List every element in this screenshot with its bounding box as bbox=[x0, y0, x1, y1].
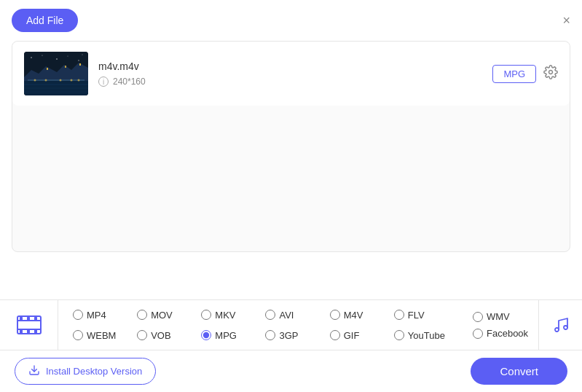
format-label-3gp: 3GP bbox=[279, 330, 298, 341]
svg-rect-15 bbox=[28, 79, 84, 81]
svg-rect-28 bbox=[34, 317, 37, 321]
install-desktop-button[interactable]: Install Desktop Version bbox=[15, 358, 156, 385]
format-radio-youtube[interactable] bbox=[394, 330, 404, 340]
format-label-webm: WEBM bbox=[87, 330, 116, 341]
format-radio-webm[interactable] bbox=[73, 330, 83, 340]
svg-point-2 bbox=[42, 55, 42, 55]
svg-rect-10 bbox=[79, 63, 81, 66]
file-name: m4v.m4v bbox=[98, 60, 482, 72]
format-option-3gp[interactable]: 3GP bbox=[265, 330, 329, 341]
svg-point-20 bbox=[78, 79, 80, 82]
format-option-m4v[interactable]: M4V bbox=[330, 310, 394, 321]
file-meta: i 240*160 bbox=[98, 77, 482, 87]
bottom-bar: Install Desktop Version Convert bbox=[0, 350, 582, 392]
format-radio-mkv[interactable] bbox=[201, 310, 211, 320]
add-file-button[interactable]: Add File bbox=[12, 9, 78, 32]
format-option-youtube[interactable]: YouTube bbox=[394, 330, 458, 341]
format-label-vob: VOB bbox=[151, 330, 170, 341]
format-section: MP4 MOV MKV AVI M4V FLV WEBM VOB bbox=[0, 299, 582, 350]
info-icon: i bbox=[98, 77, 109, 87]
svg-point-19 bbox=[71, 79, 73, 82]
svg-point-18 bbox=[60, 79, 62, 82]
svg-point-32 bbox=[555, 328, 559, 332]
format-option-mp4[interactable]: MP4 bbox=[73, 310, 137, 321]
svg-rect-30 bbox=[27, 329, 30, 333]
close-button[interactable]: × bbox=[562, 14, 570, 27]
audio-format-icon-panel[interactable] bbox=[538, 300, 582, 350]
format-radio-mov[interactable] bbox=[137, 310, 147, 320]
music-note-icon bbox=[551, 315, 571, 335]
format-option-vob[interactable]: VOB bbox=[137, 330, 201, 341]
svg-point-5 bbox=[78, 60, 79, 60]
svg-rect-31 bbox=[34, 329, 37, 333]
format-label-flv: FLV bbox=[408, 310, 425, 321]
svg-rect-27 bbox=[27, 317, 30, 321]
format-radio-gif[interactable] bbox=[330, 330, 340, 340]
svg-rect-9 bbox=[65, 66, 66, 68]
film-icon bbox=[15, 310, 44, 340]
svg-point-16 bbox=[34, 79, 36, 82]
svg-point-21 bbox=[549, 70, 553, 74]
format-option-flv[interactable]: FLV bbox=[394, 310, 458, 321]
format-option-mkv[interactable]: MKV bbox=[201, 310, 265, 321]
format-label-mov: MOV bbox=[151, 310, 173, 321]
format-radio-facebook[interactable] bbox=[473, 329, 483, 339]
file-item: m4v.m4v i 240*160 MPG bbox=[12, 42, 570, 106]
download-icon bbox=[28, 364, 40, 378]
format-label-mp4: MP4 bbox=[87, 310, 106, 321]
svg-point-4 bbox=[68, 56, 68, 57]
top-bar: Add File × bbox=[0, 0, 582, 38]
format-option-avi[interactable]: AVI bbox=[265, 310, 329, 321]
file-actions: MPG bbox=[492, 65, 558, 83]
format-radio-m4v[interactable] bbox=[330, 310, 340, 320]
format-label-youtube: YouTube bbox=[408, 330, 445, 341]
svg-point-33 bbox=[564, 326, 567, 329]
format-radio-wmv[interactable] bbox=[473, 312, 483, 322]
extra-format-column: WMV Facebook bbox=[473, 300, 538, 350]
format-radio-flv[interactable] bbox=[394, 310, 404, 320]
format-badge-button[interactable]: MPG bbox=[492, 65, 536, 83]
format-radio-avi[interactable] bbox=[265, 310, 275, 320]
svg-rect-26 bbox=[20, 317, 23, 321]
video-format-icon-panel bbox=[0, 300, 58, 350]
svg-point-3 bbox=[56, 58, 58, 60]
svg-rect-29 bbox=[20, 329, 23, 333]
format-label-m4v: M4V bbox=[344, 310, 363, 321]
svg-point-17 bbox=[45, 79, 47, 82]
svg-rect-23 bbox=[17, 321, 41, 329]
gear-icon bbox=[543, 65, 558, 79]
format-label-wmv: WMV bbox=[487, 311, 510, 322]
format-option-facebook[interactable]: Facebook bbox=[473, 328, 531, 339]
svg-rect-8 bbox=[47, 68, 48, 70]
format-label-facebook: Facebook bbox=[487, 328, 528, 339]
svg-point-6 bbox=[82, 55, 83, 55]
format-label-avi: AVI bbox=[279, 310, 294, 321]
format-option-mpg[interactable]: MPG bbox=[201, 330, 265, 341]
convert-button[interactable]: Convert bbox=[471, 358, 567, 385]
format-option-wmv[interactable]: WMV bbox=[473, 311, 531, 322]
format-radio-mpg[interactable] bbox=[201, 330, 211, 340]
file-resolution: 240*160 bbox=[113, 77, 146, 87]
format-label-mpg: MPG bbox=[215, 330, 237, 341]
format-radio-mp4[interactable] bbox=[73, 310, 83, 320]
install-label: Install Desktop Version bbox=[46, 366, 142, 377]
format-label-mkv: MKV bbox=[215, 310, 235, 321]
svg-point-1 bbox=[31, 57, 32, 58]
format-grid: MP4 MOV MKV AVI M4V FLV WEBM VOB bbox=[58, 300, 473, 350]
format-option-gif[interactable]: GIF bbox=[330, 330, 394, 341]
file-list-area: m4v.m4v i 240*160 MPG bbox=[12, 41, 570, 252]
format-radio-3gp[interactable] bbox=[265, 330, 275, 340]
format-option-mov[interactable]: MOV bbox=[137, 310, 201, 321]
format-radio-vob[interactable] bbox=[137, 330, 147, 340]
format-option-webm[interactable]: WEBM bbox=[73, 330, 137, 341]
settings-button[interactable] bbox=[543, 65, 558, 83]
format-label-gif: GIF bbox=[344, 330, 360, 341]
file-thumbnail bbox=[24, 52, 88, 95]
file-info: m4v.m4v i 240*160 bbox=[98, 60, 482, 87]
